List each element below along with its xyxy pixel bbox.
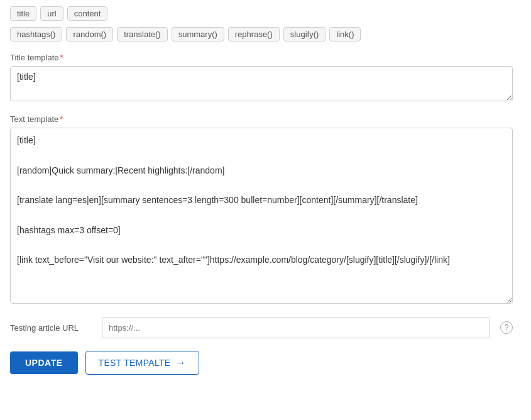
func-chip-func-summary[interactable]: summary() [172, 27, 224, 41]
text-template-field: Text template* [10, 114, 521, 317]
title-template-field: Title template* [10, 53, 521, 114]
tag-chip-tag-title[interactable]: title [10, 6, 36, 21]
func-chip-func-rephrase[interactable]: rephrase() [228, 27, 280, 41]
buttons-row: UPDATE TEST TEMPALTE → [10, 351, 521, 375]
title-template-input[interactable] [10, 66, 513, 101]
title-template-label: Title template* [10, 53, 521, 62]
update-button[interactable]: UPDATE [10, 351, 78, 374]
func-chip-func-link[interactable]: link() [329, 27, 361, 41]
functions-row: hashtags()random()translate()summary()re… [10, 27, 521, 41]
testing-row: Testing article URL ? [10, 317, 513, 338]
help-icon[interactable]: ? [500, 321, 513, 334]
tag-chip-tag-content[interactable]: content [67, 6, 108, 21]
func-chip-func-hashtags[interactable]: hashtags() [10, 27, 62, 41]
tag-chip-tag-url[interactable]: url [40, 6, 63, 21]
func-chip-func-translate[interactable]: translate() [117, 27, 168, 41]
arrow-icon: → [175, 357, 185, 368]
tags-row: titleurlcontent [10, 6, 521, 21]
text-template-input[interactable] [10, 128, 513, 304]
testing-url-label: Testing article URL [10, 323, 92, 333]
test-template-button[interactable]: TEST TEMPALTE → [85, 351, 199, 375]
testing-url-input[interactable] [102, 317, 490, 338]
func-chip-func-random[interactable]: random() [66, 27, 113, 41]
text-template-label: Text template* [10, 114, 521, 124]
func-chip-func-slugify[interactable]: slugify() [283, 27, 326, 41]
